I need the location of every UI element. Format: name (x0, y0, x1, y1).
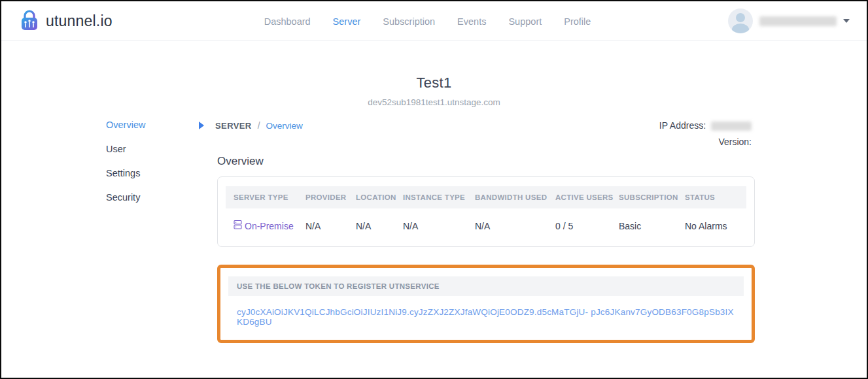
breadcrumb-section: SERVER (215, 121, 252, 131)
overview-heading: Overview (217, 155, 755, 168)
brand-name: utunnel.io (46, 12, 113, 30)
server-type-value: On-Premise (245, 221, 294, 231)
token-register-card: USE THE BELOW TOKEN TO REGISTER UTNSERVI… (217, 265, 755, 343)
avatar (728, 8, 753, 33)
ip-address-label: IP Address: (659, 120, 706, 131)
col-location: LOCATION (348, 186, 395, 208)
table-header-row: SERVER TYPE PROVIDER LOCATION INSTANCE T… (226, 186, 746, 208)
version-row: Version: (659, 137, 752, 147)
sidebar-item-security[interactable]: Security (106, 192, 191, 203)
main-nav: Dashboard Server Subscription Events Sup… (264, 1, 591, 41)
server-overview-table: SERVER TYPE PROVIDER LOCATION INSTANCE T… (226, 186, 746, 239)
registration-token[interactable]: cyJ0cXAiOiJKV1QiLCJhbGciOiJIUzI1NiJ9.cyJ… (237, 307, 735, 327)
server-meta: IP Address: Version: (659, 120, 752, 153)
provider-value: N/A (298, 208, 348, 239)
server-rack-icon (234, 220, 242, 232)
page-title: Test1 (1, 74, 867, 91)
server-hostname: dev52sub1981test1.utnstage.com (1, 97, 867, 107)
server-type-cell[interactable]: On-Premise (234, 220, 290, 232)
col-status: STATUS (677, 186, 746, 208)
table-row: On-Premise N/A N/A N/A N/A 0 / 5 Basic N… (226, 208, 746, 239)
breadcrumb: SERVER / Overview (199, 120, 303, 131)
col-provider: PROVIDER (298, 186, 348, 208)
version-label: Version: (718, 137, 752, 147)
username-redacted (759, 16, 837, 26)
breadcrumb-current[interactable]: Overview (266, 121, 303, 131)
breadcrumb-arrow-icon (199, 122, 204, 129)
page-header: Test1 dev52sub1981test1.utnstage.com (1, 74, 867, 107)
ip-address-redacted (711, 122, 752, 131)
nav-server[interactable]: Server (333, 16, 361, 27)
padlock-logo-icon (18, 8, 41, 34)
token-instruction-label: USE THE BELOW TOKEN TO REGISTER UTNSERVI… (228, 276, 744, 296)
user-menu[interactable] (728, 8, 850, 33)
active-users-value: 0 / 5 (547, 208, 611, 239)
brand-logo[interactable]: utunnel.io (18, 8, 113, 34)
col-bandwidth-used: BANDWIDTH USED (467, 186, 547, 208)
app-window: utunnel.io Dashboard Server Subscription… (0, 0, 868, 379)
top-navbar: utunnel.io Dashboard Server Subscription… (1, 1, 867, 41)
nav-support[interactable]: Support (508, 16, 542, 27)
status-value: No Alarms (677, 208, 746, 239)
col-instance-type: INSTANCE TYPE (395, 186, 467, 208)
main-content: Overview SERVER TYPE PROVIDER LOCATION I… (217, 155, 755, 343)
sidebar-item-settings[interactable]: Settings (106, 168, 191, 178)
sidebar-item-overview[interactable]: Overview (106, 120, 191, 130)
chevron-down-icon (843, 19, 850, 23)
location-value: N/A (348, 208, 395, 239)
col-active-users: ACTIVE USERS (547, 186, 611, 208)
nav-dashboard[interactable]: Dashboard (264, 16, 311, 27)
col-subscription: SUBSCRIPTION (611, 186, 677, 208)
instance-type-value: N/A (395, 208, 467, 239)
sidebar: Overview User Settings Security (106, 120, 191, 216)
bandwidth-used-value: N/A (467, 208, 547, 239)
subscription-value: Basic (611, 208, 677, 239)
ip-address-row: IP Address: (659, 120, 752, 131)
col-server-type: SERVER TYPE (226, 186, 298, 208)
nav-events[interactable]: Events (457, 16, 486, 27)
sidebar-item-user[interactable]: User (106, 144, 191, 154)
nav-subscription[interactable]: Subscription (383, 16, 435, 27)
nav-profile[interactable]: Profile (564, 16, 591, 27)
server-overview-card: SERVER TYPE PROVIDER LOCATION INSTANCE T… (217, 176, 755, 247)
breadcrumb-separator: / (258, 120, 260, 131)
